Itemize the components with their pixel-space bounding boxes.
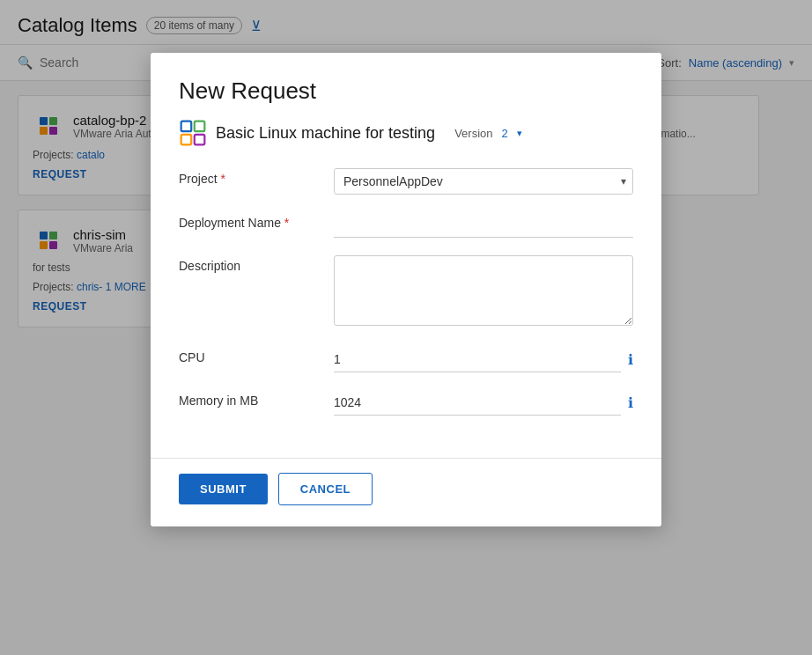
required-star: *	[220, 172, 225, 186]
submit-button[interactable]: SUBMIT	[179, 474, 268, 504]
deployment-name-input-wrap	[334, 212, 633, 238]
memory-info-icon[interactable]: ℹ	[628, 394, 633, 411]
item-logo-icon	[179, 119, 207, 147]
deployment-name-label: Deployment Name *	[179, 212, 320, 230]
new-request-modal: New Request Basic Linux machine for test…	[151, 53, 661, 526]
svg-rect-16	[181, 121, 192, 132]
modal-footer: SUBMIT CANCEL	[151, 458, 661, 526]
cpu-info-icon[interactable]: ℹ	[628, 351, 633, 368]
version-chevron-icon[interactable]: ▾	[517, 128, 522, 139]
modal-overlay: New Request Basic Linux machine for test…	[0, 0, 812, 655]
deployment-name-input[interactable]	[334, 212, 633, 238]
description-textarea[interactable]	[334, 255, 633, 326]
svg-rect-19	[195, 135, 205, 145]
cpu-input-wrap: ℹ	[334, 347, 633, 372]
required-star: *	[284, 216, 289, 230]
memory-label: Memory in MB	[179, 390, 320, 408]
project-select-wrap: PersonnelAppDev ▾	[334, 168, 633, 195]
modal-item-header: Basic Linux machine for testing Version …	[179, 119, 633, 147]
description-field: Description	[179, 255, 633, 329]
version-value[interactable]: 2	[502, 127, 508, 140]
project-field: Project * PersonnelAppDev ▾	[179, 168, 633, 195]
cpu-field: CPU ℹ	[179, 347, 633, 372]
memory-number-wrap: ℹ	[334, 390, 633, 416]
version-label: Version	[454, 127, 492, 140]
modal-title: New Request	[179, 77, 633, 105]
cpu-number-wrap: ℹ	[334, 347, 633, 372]
memory-field: Memory in MB ℹ	[179, 390, 633, 416]
modal-body: New Request Basic Linux machine for test…	[151, 53, 661, 451]
project-select[interactable]: PersonnelAppDev	[334, 168, 633, 195]
project-label: Project *	[179, 168, 320, 186]
svg-rect-17	[195, 121, 205, 132]
svg-rect-18	[181, 135, 192, 145]
cpu-label: CPU	[179, 347, 320, 364]
deployment-name-field: Deployment Name *	[179, 212, 633, 238]
modal-item-name: Basic Linux machine for testing	[216, 124, 435, 143]
cpu-input[interactable]	[334, 347, 621, 372]
description-label: Description	[179, 255, 320, 273]
memory-input-wrap: ℹ	[334, 390, 633, 416]
cancel-button[interactable]: CANCEL	[278, 473, 373, 505]
memory-input[interactable]	[334, 390, 621, 416]
description-textarea-wrap	[334, 255, 633, 329]
